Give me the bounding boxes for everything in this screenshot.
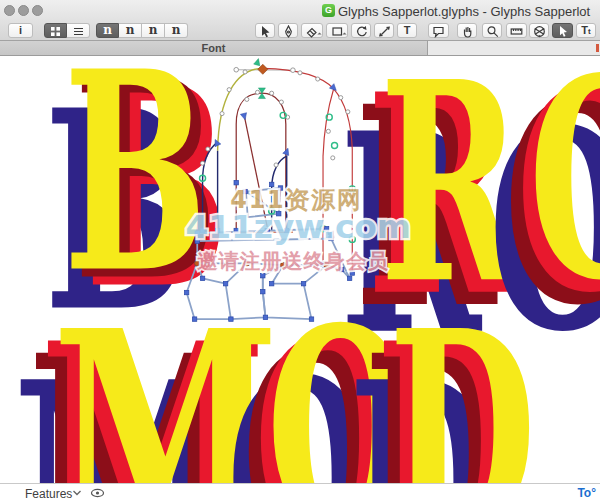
- bottom-bar: Features To°: [0, 483, 600, 502]
- grid-view-icon: [49, 25, 62, 38]
- eraser-icon: [306, 25, 319, 38]
- watermark-line2: 411zyw.com: [185, 208, 411, 246]
- bottom-right-label[interactable]: To°: [577, 486, 596, 500]
- zoom-tool-button[interactable]: [482, 23, 502, 38]
- glyph-edit-canvas[interactable]: B B B B R R R R O O O O M M M M O: [0, 56, 600, 483]
- special-select-tool-button[interactable]: [552, 23, 573, 38]
- preview-segment-4[interactable]: n: [165, 23, 188, 38]
- svg-text:O: O: [529, 56, 600, 341]
- draw-tool-button[interactable]: [278, 23, 298, 38]
- close-window-button[interactable]: [4, 5, 15, 16]
- select-tool-button[interactable]: [255, 23, 275, 38]
- speech-bubble-icon: [432, 25, 445, 38]
- rotate-arrow-icon: [355, 25, 368, 38]
- globe-mesh-icon: [533, 25, 546, 38]
- dropdown-arrow-icon: [317, 32, 321, 36]
- cursor-arrow-icon: [556, 25, 569, 38]
- preview-segment-2[interactable]: n: [119, 23, 142, 38]
- active-tab-label-truncated: [596, 44, 599, 52]
- glyph-canvas-svg: B B B B R R R R O O O O M M M M O: [0, 56, 600, 483]
- svg-text:D: D: [389, 270, 537, 483]
- tab-font[interactable]: Font: [0, 41, 428, 55]
- scale-tool-button[interactable]: [374, 23, 394, 38]
- glyphs-app-window: { "window": { "title": "Glyphs Sapperlot…: [0, 0, 600, 502]
- rotate-tool-button[interactable]: [351, 23, 371, 38]
- list-view-button[interactable]: [67, 23, 90, 38]
- grid-view-button[interactable]: [44, 23, 67, 38]
- list-view-icon: [72, 25, 85, 38]
- rectangle-icon: [331, 25, 344, 38]
- text-variant-tool-button[interactable]: Tt: [576, 23, 596, 38]
- preview-segment-3[interactable]: n: [142, 23, 165, 38]
- cursor-arrow-icon: [259, 25, 272, 38]
- window-title: Glyphs Sapperlot.glyphs - Glyphs Sapperl…: [338, 4, 590, 19]
- window-chrome: G Glyphs Sapperlot.glyphs - Glyphs Sappe…: [0, 0, 600, 41]
- pen-icon: [282, 25, 295, 38]
- preview-segment-1[interactable]: n: [96, 23, 119, 38]
- eye-icon[interactable]: [90, 487, 105, 499]
- tab-bar: Font: [0, 41, 600, 56]
- hand-tool-button[interactable]: [457, 23, 477, 38]
- hand-icon: [461, 25, 474, 38]
- diagonal-resize-icon: [378, 25, 391, 38]
- sphere-tool-button[interactable]: [529, 23, 549, 38]
- zoom-window-button[interactable]: [32, 5, 43, 16]
- dropdown-arrow-icon: [342, 32, 346, 36]
- glyphs-app-icon: G: [322, 4, 335, 17]
- watermark-line3: 邀请注册送终身会员: [197, 249, 388, 273]
- magnifier-icon: [486, 25, 499, 38]
- erase-tool-button[interactable]: [301, 23, 323, 38]
- text-tool-button[interactable]: T: [397, 23, 417, 38]
- annotation-tool-button[interactable]: [428, 23, 449, 38]
- primitives-tool-button[interactable]: [326, 23, 348, 38]
- tt-small-label: t: [588, 27, 591, 36]
- letter-D-bottom: D D D D: [348, 270, 536, 483]
- ruler-icon: [510, 25, 523, 38]
- info-button[interactable]: i: [8, 23, 33, 38]
- chevron-down-icon[interactable]: [72, 489, 82, 497]
- measure-tool-button[interactable]: [506, 23, 527, 38]
- features-menu[interactable]: Features: [25, 487, 72, 501]
- minimize-window-button[interactable]: [18, 5, 29, 16]
- tab-edit-active[interactable]: [428, 41, 600, 55]
